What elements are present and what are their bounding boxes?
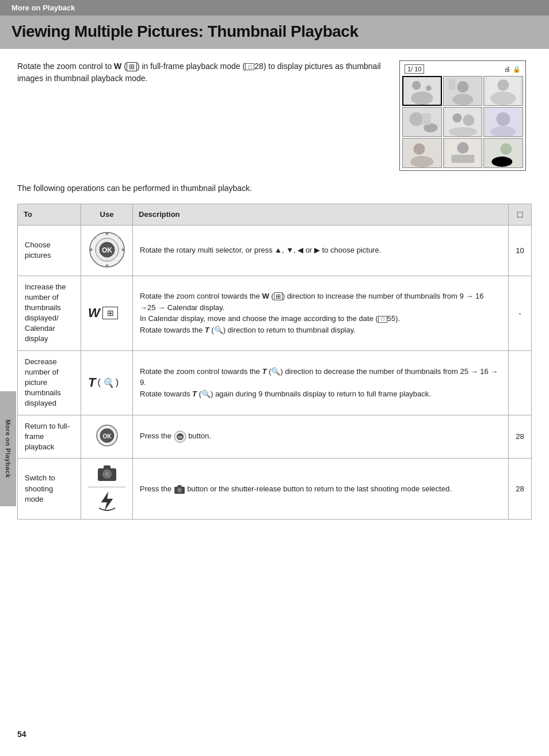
svg-point-39: [94, 236, 96, 239]
svg-point-1: [412, 81, 421, 90]
svg-rect-55: [177, 485, 181, 487]
intro-paragraph: Rotate the zoom control to W (⊞) in full…: [17, 60, 388, 85]
svg-text:OK: OK: [177, 436, 182, 439]
title-bar: Viewing Multiple Pictures: Thumbnail Pla…: [0, 16, 549, 49]
cell-use-increase: W ⊞: [81, 276, 133, 350]
page-number: 54: [17, 730, 26, 739]
svg-rect-27: [451, 155, 474, 163]
section-header: More on Playback: [0, 0, 549, 16]
camera-button-icon: [97, 464, 117, 483]
table-header-row: To Use Description □: [18, 204, 532, 226]
svg-point-16: [452, 113, 462, 123]
intro-section: Rotate the zoom control to W (⊞) in full…: [17, 60, 532, 171]
table-row-increase: Increase the number of thumbnails displa…: [18, 276, 532, 350]
svg-point-37: [118, 261, 120, 263]
thumb-9: [483, 138, 523, 168]
col-header-use: Use: [81, 204, 133, 226]
page-ref-choose: 10: [516, 246, 524, 255]
choose-description: Rotate the rotary multi selector, or pre…: [140, 246, 381, 254]
cell-desc-increase: Rotate the zoom control towards the W (⊞…: [133, 276, 509, 350]
svg-text:OK: OK: [102, 433, 112, 440]
table-row-choose-pictures: Choose pictures: [18, 225, 532, 276]
cell-to-shooting: Switch to shooting mode: [18, 459, 81, 520]
svg-rect-50: [104, 465, 110, 469]
page-ref-fullframe: 28: [516, 432, 524, 441]
print-icon: 🖨: [504, 66, 510, 73]
table-row-shooting: Switch to shooting mode: [18, 459, 532, 520]
cell-desc-shooting: Press the button or the shutter-release …: [133, 459, 509, 520]
svg-marker-53: [101, 492, 113, 510]
svg-point-52: [105, 472, 109, 476]
svg-point-33: [121, 248, 124, 251]
svg-point-23: [413, 143, 425, 155]
decrease-label: Decrease number of picture thumbnails di…: [25, 357, 61, 408]
decrease-description: Rotate the zoom control towards the T (🔍…: [140, 367, 498, 398]
camera-screen: 1/ 10 🖨 🔒: [399, 60, 526, 171]
col-header-to: To: [18, 204, 81, 226]
main-content: Rotate the zoom control to W (⊞) in full…: [0, 49, 549, 531]
table-row-decrease: Decrease number of picture thumbnails di…: [18, 350, 532, 415]
following-text: The following operations can be performe…: [17, 182, 532, 194]
page-ref-shooting: 28: [516, 484, 524, 493]
frame-counter: 1/ 10: [405, 64, 424, 74]
cell-to-decrease: Decrease number of picture thumbnails di…: [18, 350, 81, 415]
increase-description: Rotate the zoom control towards the W (⊞…: [140, 292, 483, 334]
w-zoom-icon: W ⊞: [88, 306, 125, 320]
svg-point-57: [178, 488, 180, 491]
svg-point-32: [105, 232, 108, 235]
sidebar-label-text: More on Playback: [5, 419, 12, 478]
book-reference-icon: □: [517, 209, 523, 219]
cell-to-increase: Increase the number of thumbnails displa…: [18, 276, 81, 350]
cell-desc-choose: Rotate the rotary multi selector, or pre…: [133, 225, 509, 276]
svg-point-3: [426, 85, 432, 91]
shooting-label: Switch to shooting mode: [25, 474, 55, 503]
thumb-7: [402, 138, 442, 168]
table-row-fullframe: Return to full-frame playback OK Press t…: [18, 415, 532, 459]
shooting-icons: [88, 464, 125, 513]
thumb-3: [483, 76, 523, 106]
camera-display-image: 1/ 10 🖨 🔒: [399, 60, 532, 171]
cell-desc-fullframe: Press the OK button.: [133, 415, 509, 459]
svg-point-24: [410, 156, 433, 167]
svg-point-29: [501, 143, 512, 155]
intro-text: Rotate the zoom control to W (⊞) in full…: [17, 60, 399, 171]
rotary-ok-icon: OK: [89, 231, 125, 268]
svg-point-36: [118, 236, 120, 239]
cell-desc-decrease: Rotate the zoom control towards the T (🔍…: [133, 350, 509, 415]
cell-use-fullframe: OK: [81, 415, 133, 459]
ok-button-small-icon: OK: [96, 424, 119, 447]
thumb-1: [402, 76, 442, 106]
page-title: Viewing Multiple Pictures: Thumbnail Pla…: [12, 22, 537, 41]
cell-page-shooting: 28: [509, 459, 532, 520]
svg-point-17: [463, 114, 474, 126]
svg-point-18: [448, 127, 477, 136]
thumb-grid: [402, 76, 523, 168]
cell-use-decrease: T ( 🔍 ): [81, 350, 133, 415]
increase-label: Increase the number of thumbnails displa…: [25, 282, 66, 343]
svg-point-26: [457, 142, 468, 154]
cell-use-choose: OK: [81, 225, 133, 276]
cell-to-fullframe: Return to full-frame playback: [18, 415, 81, 459]
choose-pictures-label: Choose pictures: [25, 240, 51, 259]
svg-point-38: [94, 261, 96, 263]
sidebar-label: More on Playback: [0, 391, 16, 506]
icon-divider: [88, 487, 125, 487]
thumb-4: [402, 107, 442, 137]
svg-rect-7: [448, 79, 455, 90]
cell-use-shooting: [81, 459, 133, 520]
fullframe-label: Return to full-frame playback: [25, 422, 70, 451]
t-zoom-icon: T ( 🔍 ): [88, 375, 125, 390]
svg-point-35: [89, 248, 92, 251]
cell-page-choose: 10: [509, 225, 532, 276]
thumb-6: [483, 107, 523, 137]
svg-text:OK: OK: [102, 246, 112, 254]
thumb-8: [443, 138, 483, 168]
col-header-description: Description: [133, 204, 509, 226]
svg-point-12: [409, 112, 423, 126]
svg-point-9: [498, 79, 509, 91]
thumb-5: [443, 107, 483, 137]
cell-page-decrease: [509, 350, 532, 415]
status-bar: 1/ 10 🖨 🔒: [402, 63, 523, 75]
fullframe-description: Press the OK button.: [140, 432, 211, 440]
cell-page-increase: -: [509, 276, 532, 350]
